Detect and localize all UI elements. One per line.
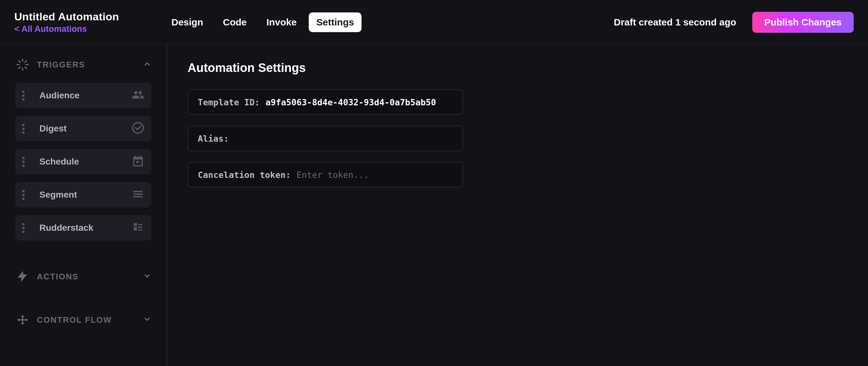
- publish-changes-button[interactable]: Publish Changes: [752, 12, 854, 33]
- actions-section-icon: [15, 269, 30, 284]
- cancelation-token-label: Cancelation token:: [198, 170, 291, 180]
- svg-point-1: [133, 193, 135, 195]
- control-flow-section-label: CONTROL FLOW: [37, 315, 136, 325]
- draft-status-text: Draft created 1 second ago: [614, 17, 736, 28]
- sidebar-item-segment[interactable]: Segment: [15, 182, 151, 207]
- sidebar-item-schedule[interactable]: Schedule: [15, 149, 151, 174]
- drag-handle-icon: [22, 223, 31, 233]
- template-id-label: Template ID:: [198, 97, 260, 107]
- triggers-section-label: TRIGGERS: [37, 60, 136, 70]
- tab-code[interactable]: Code: [215, 12, 254, 32]
- svg-point-0: [141, 191, 143, 192]
- drag-handle-icon: [22, 190, 31, 200]
- section-header-actions[interactable]: ACTIONS: [15, 269, 151, 284]
- alias-input[interactable]: [235, 134, 453, 144]
- settings-heading: Automation Settings: [188, 61, 848, 75]
- actions-section-label: ACTIONS: [37, 272, 136, 282]
- alias-label: Alias:: [198, 134, 229, 144]
- sidebar-item-label: Segment: [39, 190, 132, 200]
- back-to-automations-link[interactable]: < All Automations: [14, 24, 164, 34]
- drag-handle-icon: [22, 157, 31, 167]
- triggers-section-icon: [15, 57, 30, 72]
- template-id-field: Template ID: a9fa5063-8d4e-4032-93d4-0a7…: [188, 89, 463, 115]
- drag-handle-icon: [22, 124, 31, 134]
- alias-field[interactable]: Alias:: [188, 126, 463, 151]
- rudderstack-icon: [132, 221, 144, 235]
- sidebar-item-digest[interactable]: Digest: [15, 116, 151, 141]
- title-block: Untitled Automation < All Automations: [14, 10, 164, 34]
- main-content: Automation Settings Template ID: a9fa506…: [167, 45, 868, 366]
- cancelation-token-input[interactable]: [297, 170, 453, 180]
- svg-point-2: [141, 196, 143, 198]
- sidebar-item-rudderstack[interactable]: Rudderstack: [15, 215, 151, 241]
- tab-invoke[interactable]: Invoke: [259, 12, 304, 32]
- template-id-value: a9fa5063-8d4e-4032-93d4-0a7b5ab50: [266, 97, 436, 107]
- drag-handle-icon: [22, 91, 31, 101]
- sidebar-item-label: Schedule: [39, 157, 132, 167]
- chevron-down-icon: [143, 272, 151, 281]
- segment-icon: [132, 188, 144, 202]
- sidebar-item-audience[interactable]: Audience: [15, 83, 151, 108]
- tab-settings[interactable]: Settings: [309, 12, 362, 32]
- chevron-up-icon: [143, 60, 151, 69]
- control-flow-section-icon: [15, 312, 30, 327]
- triggers-items: Audience Digest: [15, 83, 151, 241]
- sidebar-item-label: Digest: [39, 123, 132, 134]
- tab-design[interactable]: Design: [164, 12, 211, 32]
- sidebar-item-label: Audience: [39, 90, 132, 101]
- audience-icon: [132, 88, 144, 103]
- header-bar: Untitled Automation < All Automations De…: [0, 0, 868, 45]
- calendar-icon: [132, 155, 144, 169]
- digest-icon: [132, 121, 144, 136]
- sidebar-item-label: Rudderstack: [39, 223, 132, 233]
- sidebar: TRIGGERS Audience: [0, 45, 167, 366]
- main-tabs: Design Code Invoke Settings: [164, 12, 362, 32]
- page-title: Untitled Automation: [14, 10, 164, 23]
- section-header-triggers[interactable]: TRIGGERS: [15, 57, 151, 72]
- section-header-control-flow[interactable]: CONTROL FLOW: [15, 312, 151, 327]
- cancelation-token-field[interactable]: Cancelation token:: [188, 162, 463, 188]
- chevron-down-icon: [143, 315, 151, 325]
